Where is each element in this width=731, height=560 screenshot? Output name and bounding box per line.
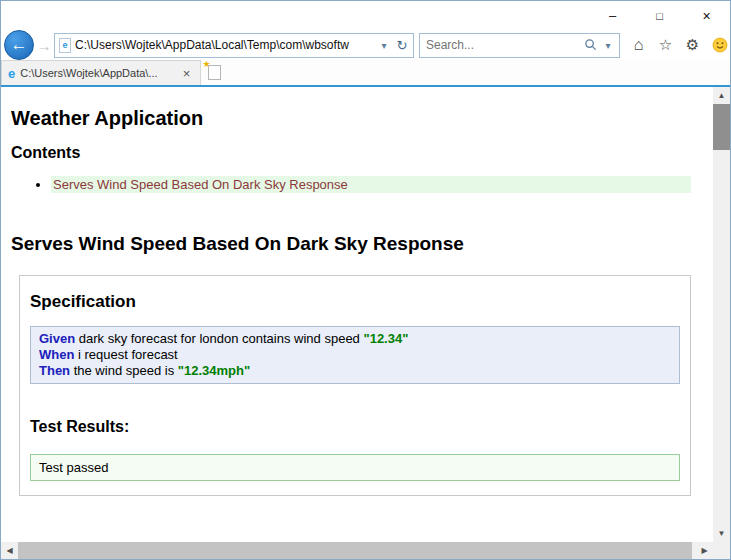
search-dropdown-button[interactable]: ▾ xyxy=(599,40,617,51)
new-tab-icon: ★ xyxy=(208,65,221,80)
test-result-box: Test passed xyxy=(30,454,680,481)
forward-button[interactable]: → xyxy=(34,34,54,56)
favorites-button[interactable]: ☆ xyxy=(652,31,679,59)
scroll-down-button[interactable]: ▼ xyxy=(713,525,730,542)
feedback-button[interactable] xyxy=(706,31,731,59)
scenario-section: Specification Given dark sky forecast fo… xyxy=(19,275,691,496)
minimize-icon: – xyxy=(609,8,616,23)
content-area: Weather Application Contents Serves Wind… xyxy=(1,87,730,542)
step-given: Given dark sky forecast for london conta… xyxy=(39,331,671,347)
step-value: "12.34" xyxy=(363,331,408,346)
report-page: Weather Application Contents Serves Wind… xyxy=(1,87,713,542)
specification-heading: Specification xyxy=(30,292,680,312)
test-results-heading: Test Results: xyxy=(30,418,680,436)
tab-close-button[interactable]: × xyxy=(179,66,194,81)
ie-favicon-icon: e xyxy=(8,67,15,80)
maximize-icon: □ xyxy=(656,10,663,22)
arrow-up-icon: ▲ xyxy=(718,91,726,100)
step-keyword: When xyxy=(39,347,74,362)
toc-link[interactable]: Serves Wind Speed Based On Dark Sky Resp… xyxy=(51,176,691,193)
close-button[interactable]: × xyxy=(683,1,730,30)
step-text: i request forecast xyxy=(78,347,178,362)
address-dropdown-button[interactable]: ▾ xyxy=(375,40,393,51)
toc-list: Serves Wind Speed Based On Dark Sky Resp… xyxy=(11,176,703,193)
step-text: dark sky forecast for london contains wi… xyxy=(79,331,360,346)
chevron-down-icon: ▾ xyxy=(605,40,610,51)
scroll-left-button[interactable]: ◀ xyxy=(1,542,18,559)
minimize-button[interactable]: – xyxy=(589,1,636,30)
horizontal-scroll-thumb[interactable] xyxy=(18,542,692,559)
gear-icon: ⚙ xyxy=(686,37,699,53)
back-arrow-icon: ← xyxy=(11,35,28,55)
refresh-icon: ↻ xyxy=(397,38,408,53)
navigation-bar: ← → e ▾ ↻ ▾ ⌂ ☆ ⚙ xyxy=(1,30,730,60)
search-input[interactable] xyxy=(426,38,581,52)
toolbar: ⌂ ☆ ⚙ xyxy=(625,31,731,59)
tab-title: C:\Users\Wojtek\AppData\... xyxy=(20,67,174,79)
arrow-left-icon: ◀ xyxy=(6,546,12,555)
contents-heading: Contents xyxy=(11,144,703,162)
titlebar: – □ × xyxy=(1,1,730,30)
page-favicon-icon: e xyxy=(59,38,71,53)
scrollbar-corner xyxy=(713,542,730,559)
forward-arrow-icon: → xyxy=(37,37,52,54)
arrow-right-icon: ▶ xyxy=(701,546,707,555)
test-result-text: Test passed xyxy=(39,460,108,475)
step-keyword: Then xyxy=(39,363,70,378)
step-text: the wind speed is xyxy=(74,363,174,378)
step-then: Then the wind speed is "12.34mph" xyxy=(39,363,671,379)
scenario-heading: Serves Wind Speed Based On Dark Sky Resp… xyxy=(11,233,703,255)
star-icon: ☆ xyxy=(659,37,672,53)
active-tab[interactable]: e C:\Users\Wojtek\AppData\... × xyxy=(1,60,201,85)
address-bar[interactable]: e ▾ ↻ xyxy=(54,33,414,58)
home-button[interactable]: ⌂ xyxy=(625,31,652,59)
search-button[interactable] xyxy=(581,38,599,53)
specification-box: Given dark sky forecast for london conta… xyxy=(30,326,680,384)
horizontal-scrollbar[interactable]: ◀ ▶ xyxy=(1,542,713,559)
step-keyword: Given xyxy=(39,331,75,346)
settings-button[interactable]: ⚙ xyxy=(679,31,706,59)
toc-item: Serves Wind Speed Based On Dark Sky Resp… xyxy=(51,176,703,193)
caption-buttons: – □ × xyxy=(589,1,730,30)
step-when: When i request forecast xyxy=(39,347,671,363)
chevron-down-icon: ▾ xyxy=(381,40,386,51)
new-tab-button[interactable]: ★ xyxy=(201,60,227,85)
arrow-down-icon: ▼ xyxy=(718,529,726,538)
close-icon: × xyxy=(702,8,710,24)
search-box[interactable]: ▾ xyxy=(419,33,620,58)
search-icon xyxy=(584,38,597,51)
smiley-icon xyxy=(712,37,728,53)
scroll-up-button[interactable]: ▲ xyxy=(713,87,730,104)
scroll-right-button[interactable]: ▶ xyxy=(696,542,713,559)
refresh-button[interactable]: ↻ xyxy=(393,38,411,53)
page-title: Weather Application xyxy=(11,107,703,130)
vertical-scroll-thumb[interactable] xyxy=(713,104,730,150)
back-button[interactable]: ← xyxy=(4,30,34,60)
browser-window: – □ × ← → e ▾ ↻ ▾ ⌂ ☆ ⚙ xyxy=(0,0,731,560)
step-value: "12.34mph" xyxy=(178,363,250,378)
home-icon: ⌂ xyxy=(634,37,644,53)
vertical-scrollbar[interactable]: ▲ ▼ xyxy=(713,87,730,542)
address-input[interactable] xyxy=(71,38,375,52)
maximize-button[interactable]: □ xyxy=(636,1,683,30)
tab-bar: e C:\Users\Wojtek\AppData\... × ★ xyxy=(1,60,730,85)
